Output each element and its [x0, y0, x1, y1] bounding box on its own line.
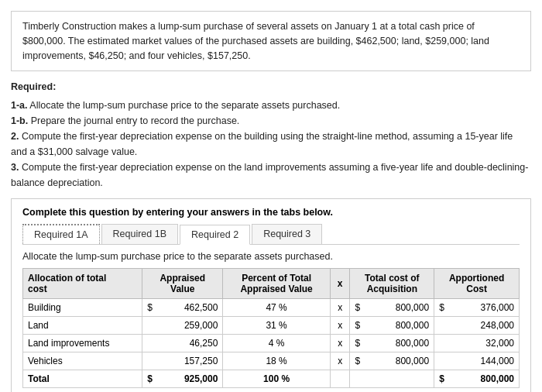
tabs-container: Required 1A Required 1B Required 2 Requi…	[22, 224, 520, 245]
cell-apportioned: $800,000	[434, 370, 520, 388]
required-item-3: 3. Compute the first-year depreciation e…	[11, 160, 531, 191]
tab-required-1a[interactable]: Required 1A	[22, 224, 100, 244]
cell-multiplier: x	[330, 317, 350, 335]
required-section: Required: 1-a. Allocate the lump-sum pur…	[11, 79, 531, 191]
cell-appraised: $462,500	[142, 299, 223, 317]
table-row: Vehicles157,25018 %x$800,000144,000	[23, 352, 520, 370]
cell-apportioned: 144,000	[434, 352, 520, 370]
cell-label: Land improvements	[23, 335, 142, 352]
cell-label: Land	[23, 317, 142, 335]
cell-percent: 4 %	[223, 335, 331, 352]
problem-text: Timberly Construction makes a lump-sum p…	[22, 21, 489, 61]
required-header: Required:	[11, 79, 531, 95]
tab-required-1b[interactable]: Required 1B	[101, 224, 179, 244]
problem-box: Timberly Construction makes a lump-sum p…	[11, 11, 531, 71]
cell-appraised: 157,250	[142, 352, 223, 370]
cell-label: Total	[23, 370, 142, 388]
cell-multiplier: x	[330, 352, 350, 370]
cell-appraised: 259,000	[142, 317, 223, 335]
cell-appraised: $925,000	[142, 370, 223, 388]
question-instruction: Complete this question by entering your …	[22, 207, 520, 218]
cell-total-cost: $800,000	[350, 299, 434, 317]
required-item-1b: 1-b. Prepare the journal entry to record…	[11, 113, 531, 129]
cell-appraised: 46,250	[142, 335, 223, 352]
allocation-table: Allocation of totalcost AppraisedValue P…	[22, 268, 520, 388]
required-item-2: 2. Compute the first-year depreciation e…	[11, 129, 531, 160]
cell-multiplier	[330, 370, 350, 388]
col-header-total: Total cost ofAcquisition	[350, 269, 434, 299]
required-item-1a: 1-a. Allocate the lump-sum purchase pric…	[11, 98, 531, 113]
col-header-percent: Percent of TotalAppraised Value	[223, 269, 331, 299]
sub-instruction: Allocate the lump-sum purchase price to …	[22, 251, 520, 262]
cell-total-cost: $800,000	[350, 352, 434, 370]
cell-label: Vehicles	[23, 352, 142, 370]
table-row: Land259,00031 %x$800,000248,000	[23, 317, 520, 335]
cell-total-cost	[350, 370, 434, 388]
cell-apportioned: 32,000	[434, 335, 520, 352]
tab-required-3[interactable]: Required 3	[252, 224, 322, 244]
cell-percent: 47 %	[223, 299, 331, 317]
cell-label: Building	[23, 299, 142, 317]
col-header-apportioned: ApportionedCost	[434, 269, 520, 299]
cell-apportioned: $376,000	[434, 299, 520, 317]
col-header-x: x	[330, 269, 350, 299]
table-row: Total$925,000100 %$800,000	[23, 370, 520, 388]
col-header-allocation: Allocation of totalcost	[23, 269, 142, 299]
cell-percent: 100 %	[223, 370, 331, 388]
cell-total-cost: $800,000	[350, 317, 434, 335]
cell-total-cost: $800,000	[350, 335, 434, 352]
cell-percent: 18 %	[223, 352, 331, 370]
tab-content: Allocate the lump-sum purchase price to …	[22, 245, 520, 388]
table-row: Land improvements46,2504 %x$800,00032,00…	[23, 335, 520, 352]
cell-percent: 31 %	[223, 317, 331, 335]
cell-multiplier: x	[330, 335, 350, 352]
table-row: Building$462,50047 %x$800,000$376,000	[23, 299, 520, 317]
question-box: Complete this question by entering your …	[11, 198, 531, 392]
cell-multiplier: x	[330, 299, 350, 317]
cell-apportioned: 248,000	[434, 317, 520, 335]
tab-required-2[interactable]: Required 2	[180, 225, 250, 245]
col-header-appraised: AppraisedValue	[142, 269, 223, 299]
